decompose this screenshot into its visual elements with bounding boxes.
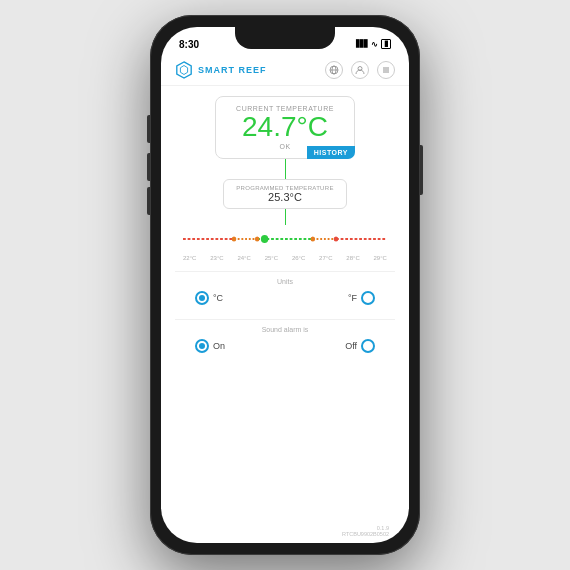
fahrenheit-radio[interactable]	[361, 291, 375, 305]
connector-line-1	[285, 159, 286, 179]
fahrenheit-option[interactable]: °F	[348, 291, 375, 305]
divider-2	[175, 319, 395, 320]
gauge-label-26: 26°C	[292, 255, 305, 261]
sound-off-label: Off	[345, 341, 357, 351]
history-button[interactable]: HISTORY	[307, 146, 355, 159]
sound-alarm-section: Sound alarm is On Off	[175, 326, 395, 357]
svg-point-17	[311, 236, 316, 241]
header-icons	[325, 61, 395, 79]
celsius-radio[interactable]	[195, 291, 209, 305]
app-header: SMART REEF	[161, 57, 409, 86]
temperature-card: CURRENT TEMPERATURE 24.7°C OK HISTORY	[215, 96, 355, 159]
svg-point-15	[232, 236, 237, 241]
signal-icon: ▋▋▋	[356, 40, 368, 48]
units-radio-row: °C °F	[175, 291, 395, 305]
logo-icon	[175, 61, 193, 79]
current-temp-value: 24.7°C	[232, 112, 338, 143]
gauge-label-25: 25°C	[265, 255, 278, 261]
sound-on-label: On	[213, 341, 225, 351]
svg-marker-0	[177, 62, 191, 78]
logo-text: SMART REEF	[198, 65, 267, 75]
sound-off-radio[interactable]	[361, 339, 375, 353]
menu-icon	[381, 65, 391, 75]
gauge-label-28: 28°C	[346, 255, 359, 261]
status-time: 8:30	[179, 39, 199, 50]
gauge-label-24: 24°C	[237, 255, 250, 261]
logo-area: SMART REEF	[175, 61, 267, 79]
phone-device: 8:30 ▋▋▋ ∿ ▮ SMART REEF	[150, 15, 420, 555]
battery-icon: ▮	[381, 39, 391, 49]
gauge-label-22: 22°C	[183, 255, 196, 261]
units-section: Units °C °F	[175, 278, 395, 309]
sound-on-radio[interactable]	[195, 339, 209, 353]
units-title: Units	[175, 278, 395, 285]
notch	[235, 27, 335, 49]
prog-temp-label: PROGRAMMED TEMPERATURE	[236, 185, 333, 191]
sound-off-option[interactable]: Off	[345, 339, 375, 353]
svg-point-18	[334, 236, 339, 241]
gauge-svg	[183, 229, 387, 249]
svg-point-14	[261, 235, 268, 243]
user-button[interactable]	[351, 61, 369, 79]
menu-button[interactable]	[377, 61, 395, 79]
prog-temp-value: 25.3°C	[236, 191, 333, 203]
celsius-option[interactable]: °C	[195, 291, 223, 305]
version-text: 0.1.9 RTCBU9902B0502	[175, 525, 395, 543]
main-content: CURRENT TEMPERATURE 24.7°C OK HISTORY PR…	[161, 86, 409, 543]
sound-alarm-title: Sound alarm is	[175, 326, 395, 333]
gauge-label-27: 27°C	[319, 255, 332, 261]
svg-point-16	[255, 236, 260, 241]
connector-line-2	[285, 209, 286, 225]
globe-button[interactable]	[325, 61, 343, 79]
divider-1	[175, 271, 395, 272]
programmed-temp-card: PROGRAMMED TEMPERATURE 25.3°C	[223, 179, 346, 209]
status-icons: ▋▋▋ ∿ ▮	[356, 39, 391, 49]
sound-radio-row: On Off	[175, 339, 395, 353]
fahrenheit-label: °F	[348, 293, 357, 303]
sound-on-option[interactable]: On	[195, 339, 225, 353]
gauge-labels: 22°C 23°C 24°C 25°C 26°C 27°C 28°C 29°C	[183, 255, 387, 261]
home-indicator	[245, 543, 325, 547]
temperature-gauge: 22°C 23°C 24°C 25°C 26°C 27°C 28°C 29°C	[175, 229, 395, 261]
svg-marker-1	[180, 66, 187, 75]
version-code: RTCBU9902B0502	[342, 531, 389, 537]
phone-screen: 8:30 ▋▋▋ ∿ ▮ SMART REEF	[161, 27, 409, 543]
wifi-icon: ∿	[371, 40, 378, 49]
gauge-label-23: 23°C	[210, 255, 223, 261]
globe-icon	[329, 65, 339, 75]
user-icon	[355, 65, 365, 75]
gauge-label-29: 29°C	[374, 255, 387, 261]
celsius-label: °C	[213, 293, 223, 303]
